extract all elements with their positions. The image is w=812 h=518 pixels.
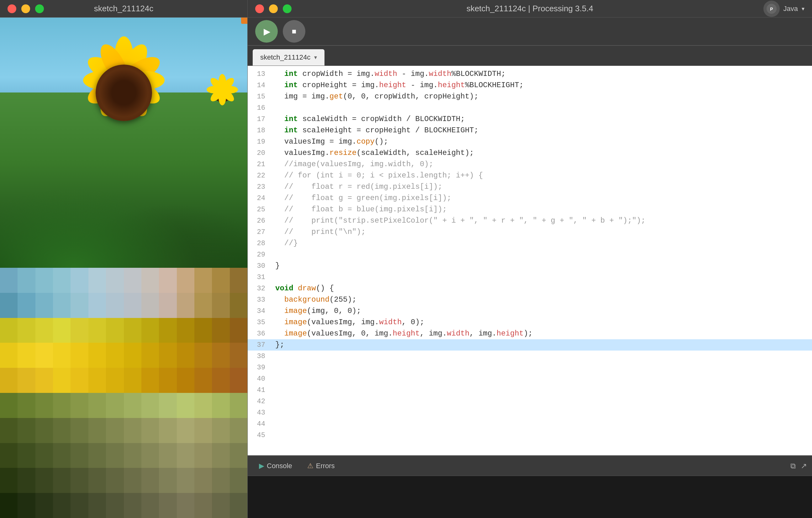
code-line: 28 //} (248, 238, 812, 249)
pixel-9-10 (177, 493, 194, 518)
pixel-1-8 (141, 293, 159, 318)
console-arrow-icon[interactable]: ↗ (801, 462, 807, 470)
pixel-7-13 (230, 443, 248, 468)
pixel-8-13 (230, 468, 248, 493)
line-content[interactable]: //image(valuesImg, img.width, 0); (270, 159, 812, 170)
pixel-5-12 (212, 393, 230, 418)
line-content[interactable]: img = img.get(0, 0, cropWidth, cropHeigh… (270, 91, 812, 102)
line-content[interactable]: background(255); (270, 294, 812, 306)
pixel-3-13 (230, 343, 248, 368)
line-content[interactable]: void draw() { (270, 283, 812, 294)
pixel-9-7 (124, 493, 141, 518)
line-content[interactable]: image(valuesImg, 0, img.height, img.widt… (270, 328, 812, 339)
line-number: 22 (248, 171, 270, 181)
resize-handle[interactable] (241, 18, 248, 24)
line-content[interactable]: //} (270, 238, 812, 249)
line-number: 29 (248, 250, 270, 260)
line-content[interactable]: int cropHeight = img.height - img.height… (270, 80, 812, 91)
console-icon: ▶ (259, 462, 264, 470)
line-content[interactable]: image(valuesImg, img.width, 0); (270, 317, 812, 328)
line-number: 13 (248, 69, 270, 79)
sunflower-center (96, 65, 152, 121)
code-line: 15 img = img.get(0, 0, cropWidth, cropHe… (248, 91, 812, 102)
pixel-0-5 (88, 268, 106, 293)
code-line: 27 // print("\n"); (248, 226, 812, 238)
language-label: Java (783, 5, 798, 13)
line-content[interactable]: int scaleHeight = cropHeight / BLOCKHEIG… (270, 125, 812, 136)
line-content[interactable]: int cropWidth = img.width - img.width%BL… (270, 68, 812, 80)
pixel-6-8 (141, 418, 159, 443)
line-number: 43 (248, 408, 270, 418)
maximize-button-left[interactable] (35, 4, 44, 13)
sketch-tab[interactable]: sketch_211124c ▾ (253, 49, 324, 65)
lang-selector[interactable]: P Java ▾ (763, 1, 805, 17)
pixel-2-12 (212, 318, 230, 343)
foliage-detail (0, 155, 248, 268)
line-number: 19 (248, 137, 270, 147)
line-content[interactable]: // float b = blue(img.pixels[i]); (270, 204, 812, 215)
line-content[interactable]: // float r = red(img.pixels[i]); (270, 181, 812, 193)
close-button-right[interactable] (255, 4, 264, 13)
pixel-8-8 (141, 468, 159, 493)
code-line: 34 image(img, 0, 0); (248, 306, 812, 317)
pixel-8-4 (70, 468, 88, 493)
line-number: 25 (248, 204, 270, 215)
traffic-lights-right (255, 4, 292, 13)
line-number: 45 (248, 430, 270, 440)
console-tab[interactable]: ▶ Console (253, 459, 298, 472)
pixel-1-12 (212, 293, 230, 318)
pixel-6-13 (230, 418, 248, 443)
pixel-0-1 (18, 268, 35, 293)
line-number: 35 (248, 317, 270, 328)
code-line: 32void draw() { (248, 283, 812, 294)
pixel-8-6 (106, 468, 123, 493)
pixel-9-4 (70, 493, 88, 518)
pixel-2-9 (159, 318, 176, 343)
tab-bar: sketch_211124c ▾ (248, 46, 812, 66)
pixel-9-5 (88, 493, 106, 518)
code-line: 26 // print("strip.setPixelColor(" + i +… (248, 215, 812, 226)
maximize-button-right[interactable] (283, 4, 292, 13)
pixel-4-0 (0, 368, 18, 393)
pixel-1-1 (18, 293, 35, 318)
console-copy-icon[interactable]: ⧉ (790, 462, 796, 470)
tab-dropdown-icon[interactable]: ▾ (314, 54, 317, 61)
stop-button[interactable]: ■ (283, 20, 306, 42)
pixel-5-1 (18, 393, 35, 418)
line-content[interactable]: // print("\n"); (270, 226, 812, 238)
line-content[interactable]: valuesImg = img.copy(); (270, 136, 812, 147)
sketch-preview (0, 18, 248, 518)
line-content[interactable]: // print("strip.setPixelColor(" + i + ",… (270, 215, 812, 226)
code-line: 39 (248, 362, 812, 373)
line-content[interactable]: }; (270, 339, 812, 350)
line-number: 28 (248, 238, 270, 249)
pixel-4-2 (35, 368, 53, 393)
pixel-5-5 (88, 393, 106, 418)
run-button[interactable]: ▶ (255, 20, 278, 42)
line-content[interactable]: int scaleWidth = cropWidth / BLOCKWIDTH; (270, 114, 812, 125)
line-number: 14 (248, 80, 270, 91)
language-dropdown-icon[interactable]: ▾ (802, 5, 805, 12)
pixel-8-5 (88, 468, 106, 493)
code-editor[interactable]: 13 int cropWidth = img.width - img.width… (248, 66, 812, 455)
pixel-5-2 (35, 393, 53, 418)
tab-label: sketch_211124c (260, 53, 310, 61)
code-line: 25 // float b = blue(img.pixels[i]); (248, 204, 812, 215)
close-button-left[interactable] (7, 4, 16, 13)
code-line: 36 image(valuesImg, 0, img.height, img.w… (248, 328, 812, 339)
line-content[interactable]: } (270, 260, 812, 271)
line-content[interactable]: valuesImg.resize(scaleWidth, scaleHeight… (270, 147, 812, 159)
line-content[interactable]: // for (int i = 0; i < pixels.length; i+… (270, 170, 812, 181)
pixel-4-12 (212, 368, 230, 393)
pixel-6-5 (88, 418, 106, 443)
right-window: sketch_211124c | Processing 3.5.4 P Java… (248, 0, 812, 518)
errors-tab[interactable]: ⚠ Errors (301, 459, 341, 472)
line-content[interactable]: // float g = green(img.pixels[i]); (270, 193, 812, 204)
console-body (248, 476, 812, 518)
pixel-9-8 (141, 493, 159, 518)
pixel-8-10 (177, 468, 194, 493)
pixel-8-0 (0, 468, 18, 493)
minimize-button-left[interactable] (21, 4, 30, 13)
line-content[interactable]: image(img, 0, 0); (270, 306, 812, 317)
minimize-button-right[interactable] (269, 4, 278, 13)
